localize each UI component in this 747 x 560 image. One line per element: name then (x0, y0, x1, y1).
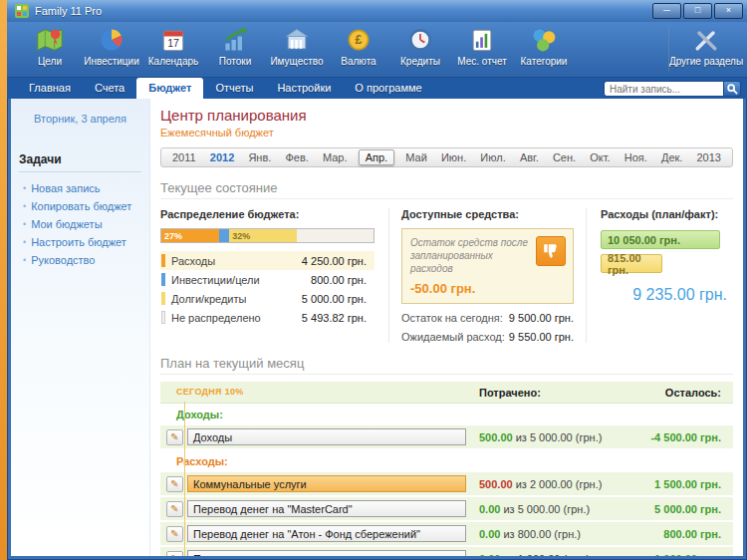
bullet-icon: • (23, 201, 26, 211)
period-month-may[interactable]: Май (402, 150, 430, 164)
toolbar-item-goals[interactable]: Цели (19, 25, 81, 67)
budget-item-name[interactable]: Доходы (187, 428, 466, 445)
toolbar: Цели Инвестиции 17 Календарь Потоки Имущ… (7, 22, 747, 78)
edit-icon[interactable] (166, 429, 183, 445)
toolbar-item-investments[interactable]: Инвестиции (81, 25, 142, 67)
budget-row-mastercard: Перевод денег на "MasterCard" 0.00из 5 0… (160, 497, 733, 522)
available-note: Остаток средств после запланированных ра… (410, 236, 535, 275)
budget-distribution-panel: Распределение бюджета: 27% 32% Расходы 4… (160, 208, 389, 343)
spent-cell: 0.00из 1 000.00 (грн.) (479, 553, 636, 557)
sidebar-link-label: Мои бюджеты (31, 218, 102, 230)
tab-settings[interactable]: Настройки (265, 78, 343, 99)
distribution-title: Распределение бюджета: (160, 208, 374, 220)
minimize-button[interactable]: ─ (652, 3, 681, 19)
tab-accounts[interactable]: Счета (83, 78, 136, 99)
period-year-2013[interactable]: 2013 (694, 150, 724, 164)
tab-about[interactable]: О программе (343, 78, 433, 99)
toolbar-item-categories[interactable]: Категории (513, 25, 575, 67)
content-area: Вторник, 3 апреля Задачи •Новая запись •… (11, 99, 743, 556)
toolbar-item-label: Другие разделы (669, 56, 743, 67)
sidebar-link-label: Руководство (31, 254, 95, 266)
period-month-jun[interactable]: Июн. (438, 150, 469, 164)
toolbar-item-credits[interactable]: Кредиты (389, 25, 451, 67)
investments-icon (97, 25, 126, 55)
budget-row-aton-fund: Перевод денег на "Атон - Фонд сбережений… (160, 522, 733, 547)
flows-icon (220, 25, 250, 55)
sidebar-link-label: Копировать бюджет (31, 200, 131, 212)
left-cell: 1 500.00 грн. (636, 478, 733, 490)
budget-item-name[interactable]: Перевод денег на "MasterCard" (187, 500, 466, 517)
toolbar-item-monthly-report[interactable]: Мес. отчет (451, 25, 513, 67)
sidebar-link-manual[interactable]: •Руководство (11, 251, 149, 269)
period-year-2012[interactable]: 2012 (207, 150, 237, 164)
period-month-jul[interactable]: Июл. (477, 150, 508, 164)
sidebar-link-copy-budget[interactable]: •Копировать бюджет (11, 197, 149, 215)
main-panel: Центр планирования Ежемесячный бюджет 20… (150, 99, 743, 556)
budget-item-name[interactable]: Перевод денег на "Атон - Фонд сбережений… (187, 525, 466, 542)
toolbar-item-label: Кредиты (400, 56, 440, 67)
toolbar-item-label: Категории (521, 56, 568, 67)
spent-cell: 0.00из 800.00 (грн.) (479, 528, 636, 540)
toolbar-item-label: Имущество (270, 56, 323, 67)
section-income: Доходы: (160, 404, 733, 425)
period-month-oct[interactable]: Окт. (587, 150, 613, 164)
currency-icon: £ (344, 25, 374, 55)
legend-row-expenses: Расходы 4 250.00 грн. (160, 251, 374, 270)
plan-fact-panel: Расходы (план/факт): 10 050.00 грн. 815.… (587, 208, 733, 343)
period-month-jan[interactable]: Янв. (245, 150, 274, 164)
sidebar: Вторник, 3 апреля Задачи •Новая запись •… (11, 99, 150, 556)
toolbar-item-calendar[interactable]: 17 Календарь (142, 25, 204, 67)
sidebar-link-my-budgets[interactable]: •Мои бюджеты (11, 215, 149, 233)
period-selector: 2011 2012 Янв. Фев. Мар. Апр. Май Июн. И… (160, 147, 733, 167)
period-month-dec[interactable]: Дек. (658, 150, 685, 164)
available-title: Доступные средства: (401, 208, 574, 220)
budget-item-name[interactable]: Питание (187, 550, 466, 556)
period-year-2011[interactable]: 2011 (169, 150, 199, 164)
toolbar-item-property[interactable]: Имущество (266, 25, 328, 67)
period-month-feb[interactable]: Фев. (282, 150, 311, 164)
distribution-segment-expenses: 27% (161, 229, 219, 242)
edit-icon[interactable] (166, 526, 183, 542)
legend-marker (161, 254, 165, 267)
sidebar-link-new-record[interactable]: •Новая запись (11, 179, 149, 197)
search-icon (726, 83, 738, 95)
edit-icon[interactable] (166, 551, 183, 557)
bullet-icon: • (23, 183, 26, 193)
period-month-nov[interactable]: Ноя. (622, 150, 650, 164)
maximize-button[interactable]: □ (683, 3, 712, 19)
plan-fact-title: Расходы (план/факт): (601, 208, 733, 220)
current-date: Вторник, 3 апреля (11, 113, 149, 125)
balance-today-row: Остаток на сегодня: 9 500.00 грн. (401, 312, 574, 324)
spent-cell: 500.00из 2 000.00 (грн.) (479, 478, 636, 490)
period-month-aug[interactable]: Авг. (517, 150, 542, 164)
sidebar-link-label: Настроить бюджет (31, 236, 126, 248)
app-icon (15, 4, 29, 18)
left-cell: 5 000.00 грн. (636, 503, 733, 515)
legend-row-unallocated: Не распределено 5 493.82 грн. (160, 308, 374, 327)
toolbar-item-other-sections[interactable]: Другие разделы (675, 25, 737, 67)
property-icon (282, 25, 312, 55)
sidebar-link-configure-budget[interactable]: •Настроить бюджет (11, 233, 149, 251)
budget-item-name[interactable]: Коммунальные услуги (187, 475, 466, 492)
tab-budget[interactable]: Бюджет (136, 78, 203, 99)
goals-icon (35, 25, 65, 55)
period-month-mar[interactable]: Мар. (320, 150, 351, 164)
tab-reports[interactable]: Отчеты (203, 78, 265, 99)
search-button[interactable] (723, 81, 741, 97)
edit-icon[interactable] (166, 476, 183, 492)
tab-home[interactable]: Главная (17, 78, 83, 99)
legend-marker (161, 273, 165, 286)
edit-icon[interactable] (166, 501, 183, 517)
search-input[interactable] (604, 81, 723, 97)
toolbar-item-currency[interactable]: £ Валюта (328, 25, 389, 67)
period-month-apr[interactable]: Апр. (359, 149, 394, 165)
toolbar-item-label: Валюта (341, 56, 375, 67)
svg-text:17: 17 (167, 37, 179, 49)
period-month-sep[interactable]: Сен. (550, 150, 579, 164)
distribution-segment-debts: 32% (229, 229, 297, 242)
toolbar-item-label: Мес. отчет (457, 56, 507, 67)
fact-bar: 815.00 грн. (601, 254, 662, 273)
toolbar-item-flows[interactable]: Потоки (204, 25, 266, 67)
distribution-segment-unallocated (297, 229, 374, 242)
close-button[interactable]: × (714, 3, 743, 19)
